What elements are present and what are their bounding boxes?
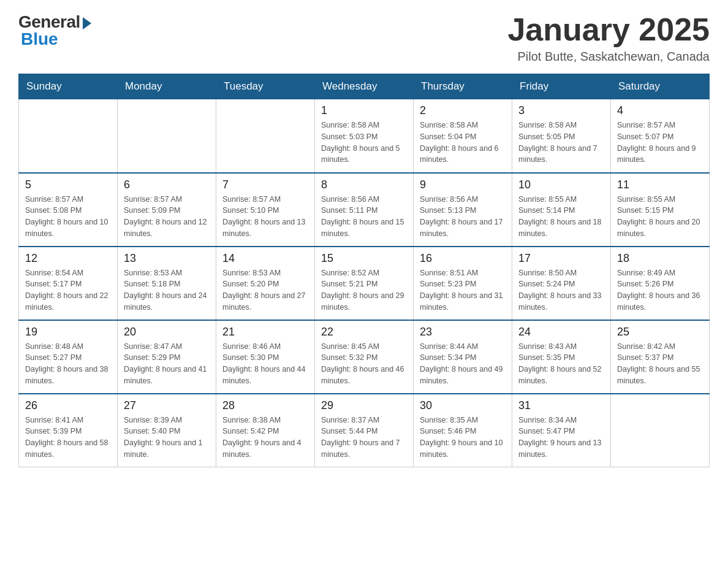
calendar-week-4: 19Sunrise: 8:48 AM Sunset: 5:27 PM Dayli… <box>19 320 710 394</box>
calendar-week-1: 1Sunrise: 8:58 AM Sunset: 5:03 PM Daylig… <box>19 99 710 173</box>
day-info: Sunrise: 8:34 AM Sunset: 5:47 PM Dayligh… <box>518 415 604 461</box>
calendar-cell: 24Sunrise: 8:43 AM Sunset: 5:35 PM Dayli… <box>512 320 611 394</box>
day-info: Sunrise: 8:58 AM Sunset: 5:05 PM Dayligh… <box>518 120 604 166</box>
calendar-title: January 2025 <box>507 12 710 47</box>
day-info: Sunrise: 8:55 AM Sunset: 5:15 PM Dayligh… <box>617 194 703 240</box>
day-info: Sunrise: 8:56 AM Sunset: 5:11 PM Dayligh… <box>321 194 407 240</box>
calendar-subtitle: Pilot Butte, Saskatchewan, Canada <box>507 50 710 64</box>
day-number: 9 <box>420 178 506 191</box>
day-number: 21 <box>222 326 308 339</box>
day-number: 22 <box>321 326 407 339</box>
logo-blue-text: Blue <box>21 29 58 49</box>
day-number: 5 <box>25 178 111 191</box>
day-info: Sunrise: 8:53 AM Sunset: 5:18 PM Dayligh… <box>124 267 210 313</box>
calendar-week-3: 12Sunrise: 8:54 AM Sunset: 5:17 PM Dayli… <box>19 247 710 320</box>
page-header: General Blue January 2025 Pilot Butte, S… <box>18 12 710 64</box>
day-number: 3 <box>518 104 604 117</box>
calendar-cell: 8Sunrise: 8:56 AM Sunset: 5:11 PM Daylig… <box>315 173 414 247</box>
calendar-cell <box>611 394 710 467</box>
day-number: 7 <box>222 178 308 191</box>
day-number: 30 <box>420 399 506 412</box>
day-info: Sunrise: 8:43 AM Sunset: 5:35 PM Dayligh… <box>518 341 604 387</box>
calendar-cell: 20Sunrise: 8:47 AM Sunset: 5:29 PM Dayli… <box>118 320 216 394</box>
calendar-cell: 30Sunrise: 8:35 AM Sunset: 5:46 PM Dayli… <box>414 394 512 467</box>
calendar-cell: 17Sunrise: 8:50 AM Sunset: 5:24 PM Dayli… <box>512 247 611 320</box>
day-number: 2 <box>420 104 506 117</box>
day-number: 14 <box>222 252 308 265</box>
calendar-cell: 4Sunrise: 8:57 AM Sunset: 5:07 PM Daylig… <box>611 99 710 173</box>
day-info: Sunrise: 8:53 AM Sunset: 5:20 PM Dayligh… <box>222 267 308 313</box>
calendar-cell: 11Sunrise: 8:55 AM Sunset: 5:15 PM Dayli… <box>611 173 710 247</box>
day-number: 24 <box>518 326 604 339</box>
weekday-header-wednesday: Wednesday <box>315 74 414 99</box>
day-number: 15 <box>321 252 407 265</box>
calendar-body: 1Sunrise: 8:58 AM Sunset: 5:03 PM Daylig… <box>19 99 710 467</box>
day-number: 26 <box>25 399 111 412</box>
day-info: Sunrise: 8:47 AM Sunset: 5:29 PM Dayligh… <box>124 341 210 387</box>
weekday-header-row: SundayMondayTuesdayWednesdayThursdayFrid… <box>19 74 710 99</box>
calendar-cell: 1Sunrise: 8:58 AM Sunset: 5:03 PM Daylig… <box>315 99 414 173</box>
day-info: Sunrise: 8:57 AM Sunset: 5:09 PM Dayligh… <box>124 194 210 240</box>
calendar-cell: 10Sunrise: 8:55 AM Sunset: 5:14 PM Dayli… <box>512 173 611 247</box>
day-info: Sunrise: 8:37 AM Sunset: 5:44 PM Dayligh… <box>321 415 407 461</box>
calendar-cell: 12Sunrise: 8:54 AM Sunset: 5:17 PM Dayli… <box>19 247 118 320</box>
weekday-header-sunday: Sunday <box>19 74 118 99</box>
day-number: 20 <box>124 326 210 339</box>
day-info: Sunrise: 8:57 AM Sunset: 5:10 PM Dayligh… <box>222 194 308 240</box>
day-number: 13 <box>124 252 210 265</box>
day-info: Sunrise: 8:56 AM Sunset: 5:13 PM Dayligh… <box>420 194 506 240</box>
day-info: Sunrise: 8:58 AM Sunset: 5:03 PM Dayligh… <box>321 120 407 166</box>
day-info: Sunrise: 8:45 AM Sunset: 5:32 PM Dayligh… <box>321 341 407 387</box>
calendar-cell: 7Sunrise: 8:57 AM Sunset: 5:10 PM Daylig… <box>216 173 315 247</box>
weekday-header-tuesday: Tuesday <box>216 74 315 99</box>
day-info: Sunrise: 8:44 AM Sunset: 5:34 PM Dayligh… <box>420 341 506 387</box>
day-info: Sunrise: 8:58 AM Sunset: 5:04 PM Dayligh… <box>420 120 506 166</box>
calendar-cell: 6Sunrise: 8:57 AM Sunset: 5:09 PM Daylig… <box>118 173 216 247</box>
day-info: Sunrise: 8:54 AM Sunset: 5:17 PM Dayligh… <box>25 267 111 313</box>
calendar-header: SundayMondayTuesdayWednesdayThursdayFrid… <box>19 74 710 99</box>
day-number: 1 <box>321 104 407 117</box>
day-info: Sunrise: 8:35 AM Sunset: 5:46 PM Dayligh… <box>420 415 506 461</box>
calendar-cell: 23Sunrise: 8:44 AM Sunset: 5:34 PM Dayli… <box>414 320 512 394</box>
calendar-cell: 15Sunrise: 8:52 AM Sunset: 5:21 PM Dayli… <box>315 247 414 320</box>
calendar-cell: 29Sunrise: 8:37 AM Sunset: 5:44 PM Dayli… <box>315 394 414 467</box>
day-number: 28 <box>222 399 308 412</box>
calendar-cell: 3Sunrise: 8:58 AM Sunset: 5:05 PM Daylig… <box>512 99 611 173</box>
day-info: Sunrise: 8:52 AM Sunset: 5:21 PM Dayligh… <box>321 267 407 313</box>
calendar-cell: 14Sunrise: 8:53 AM Sunset: 5:20 PM Dayli… <box>216 247 315 320</box>
day-info: Sunrise: 8:41 AM Sunset: 5:39 PM Dayligh… <box>25 415 111 461</box>
calendar-cell: 27Sunrise: 8:39 AM Sunset: 5:40 PM Dayli… <box>118 394 216 467</box>
calendar-cell: 19Sunrise: 8:48 AM Sunset: 5:27 PM Dayli… <box>19 320 118 394</box>
calendar-week-2: 5Sunrise: 8:57 AM Sunset: 5:08 PM Daylig… <box>19 173 710 247</box>
calendar-week-5: 26Sunrise: 8:41 AM Sunset: 5:39 PM Dayli… <box>19 394 710 467</box>
day-number: 6 <box>124 178 210 191</box>
calendar-cell: 5Sunrise: 8:57 AM Sunset: 5:08 PM Daylig… <box>19 173 118 247</box>
logo: General Blue <box>18 12 91 49</box>
calendar-cell: 2Sunrise: 8:58 AM Sunset: 5:04 PM Daylig… <box>414 99 512 173</box>
day-number: 23 <box>420 326 506 339</box>
calendar-cell: 25Sunrise: 8:42 AM Sunset: 5:37 PM Dayli… <box>611 320 710 394</box>
calendar-table: SundayMondayTuesdayWednesdayThursdayFrid… <box>18 74 710 467</box>
day-info: Sunrise: 8:38 AM Sunset: 5:42 PM Dayligh… <box>222 415 308 461</box>
weekday-header-monday: Monday <box>118 74 216 99</box>
calendar-cell: 26Sunrise: 8:41 AM Sunset: 5:39 PM Dayli… <box>19 394 118 467</box>
calendar-cell: 22Sunrise: 8:45 AM Sunset: 5:32 PM Dayli… <box>315 320 414 394</box>
day-number: 16 <box>420 252 506 265</box>
day-info: Sunrise: 8:48 AM Sunset: 5:27 PM Dayligh… <box>25 341 111 387</box>
weekday-header-thursday: Thursday <box>414 74 512 99</box>
calendar-cell: 16Sunrise: 8:51 AM Sunset: 5:23 PM Dayli… <box>414 247 512 320</box>
day-info: Sunrise: 8:42 AM Sunset: 5:37 PM Dayligh… <box>617 341 703 387</box>
day-number: 17 <box>518 252 604 265</box>
day-number: 18 <box>617 252 703 265</box>
calendar-cell: 18Sunrise: 8:49 AM Sunset: 5:26 PM Dayli… <box>611 247 710 320</box>
day-number: 27 <box>124 399 210 412</box>
calendar-cell: 13Sunrise: 8:53 AM Sunset: 5:18 PM Dayli… <box>118 247 216 320</box>
day-info: Sunrise: 8:49 AM Sunset: 5:26 PM Dayligh… <box>617 267 703 313</box>
weekday-header-saturday: Saturday <box>611 74 710 99</box>
calendar-cell <box>118 99 216 173</box>
calendar-cell: 28Sunrise: 8:38 AM Sunset: 5:42 PM Dayli… <box>216 394 315 467</box>
calendar-cell: 31Sunrise: 8:34 AM Sunset: 5:47 PM Dayli… <box>512 394 611 467</box>
day-number: 8 <box>321 178 407 191</box>
day-info: Sunrise: 8:39 AM Sunset: 5:40 PM Dayligh… <box>124 415 210 461</box>
day-number: 31 <box>518 399 604 412</box>
